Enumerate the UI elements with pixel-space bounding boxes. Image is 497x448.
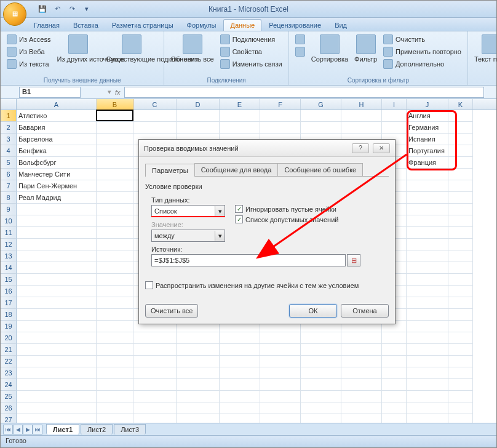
cell[interactable]: [260, 367, 301, 379]
column-header[interactable]: A: [17, 99, 97, 110]
tab-review[interactable]: Рецензирование: [263, 20, 327, 31]
cell[interactable]: [407, 204, 448, 215]
cell[interactable]: Реал Мадрид: [17, 192, 97, 204]
cell[interactable]: [97, 402, 133, 414]
row-header[interactable]: 4: [1, 145, 17, 157]
cell[interactable]: [448, 297, 473, 309]
cell[interactable]: [260, 110, 301, 122]
cell[interactable]: [382, 402, 407, 414]
cell[interactable]: [260, 122, 301, 134]
cell[interactable]: [407, 262, 448, 274]
cell[interactable]: [407, 321, 448, 332]
row-header[interactable]: 1: [1, 110, 17, 122]
cell[interactable]: Атлетико: [17, 110, 97, 122]
row-header[interactable]: 25: [1, 391, 17, 402]
sheet-nav-prev[interactable]: ◀: [13, 425, 23, 434]
cell[interactable]: [448, 215, 473, 227]
cell[interactable]: [97, 157, 133, 169]
tab-home[interactable]: Главная: [28, 20, 66, 31]
cell[interactable]: [448, 367, 473, 379]
cell[interactable]: [407, 344, 448, 356]
cell[interactable]: [133, 122, 177, 134]
text-to-columns-button[interactable]: Текст по столбцам: [473, 34, 497, 63]
cell[interactable]: [407, 286, 448, 297]
cancel-button[interactable]: Отмена: [341, 304, 389, 318]
row-header[interactable]: 14: [1, 262, 17, 274]
cell[interactable]: [448, 356, 473, 367]
cell[interactable]: [177, 344, 220, 356]
edit-links-button[interactable]: Изменить связи: [219, 58, 284, 70]
column-header[interactable]: B: [97, 99, 133, 110]
cell[interactable]: [17, 250, 97, 262]
cell[interactable]: [407, 227, 448, 239]
cell[interactable]: [260, 379, 301, 391]
help-button[interactable]: ?: [352, 143, 369, 153]
row-header[interactable]: 13: [1, 250, 17, 262]
tab-page-layout[interactable]: Разметка страницы: [106, 20, 180, 31]
cell[interactable]: [97, 286, 133, 297]
row-header[interactable]: 26: [1, 402, 17, 414]
cell[interactable]: [341, 356, 382, 367]
cell[interactable]: [97, 239, 133, 250]
tab-formulas[interactable]: Формулы: [181, 20, 223, 31]
cell[interactable]: [301, 391, 341, 402]
reapply-button[interactable]: Применить повторно: [382, 46, 463, 57]
cell[interactable]: [220, 356, 260, 367]
column-header[interactable]: J: [407, 99, 448, 110]
cell[interactable]: [17, 402, 97, 414]
column-header[interactable]: E: [220, 99, 260, 110]
cell[interactable]: [97, 110, 133, 122]
sheet-nav-next[interactable]: ▶: [23, 425, 33, 434]
sort-asc-button[interactable]: [294, 34, 306, 45]
cell[interactable]: [17, 227, 97, 239]
cell[interactable]: [220, 332, 260, 344]
cell[interactable]: [133, 110, 177, 122]
cell[interactable]: [220, 379, 260, 391]
cell[interactable]: Манчестер Сити: [17, 169, 97, 180]
cell[interactable]: Бенфика: [17, 145, 97, 157]
tab-insert[interactable]: Вставка: [67, 20, 105, 31]
cell[interactable]: [407, 332, 448, 344]
cell[interactable]: [341, 110, 382, 122]
cell[interactable]: [407, 367, 448, 379]
cell[interactable]: [448, 239, 473, 250]
row-header[interactable]: 10: [1, 215, 17, 227]
cell[interactable]: [341, 379, 382, 391]
row-header[interactable]: 7: [1, 180, 17, 192]
cell[interactable]: [382, 356, 407, 367]
cell[interactable]: [260, 402, 301, 414]
sort-desc-button[interactable]: [294, 46, 306, 57]
properties-button[interactable]: Свойства: [219, 46, 284, 57]
cell[interactable]: [301, 356, 341, 367]
cell[interactable]: [341, 402, 382, 414]
cell[interactable]: [301, 110, 341, 122]
row-header[interactable]: 22: [1, 356, 17, 367]
cell[interactable]: Вольфсбург: [17, 157, 97, 169]
column-header[interactable]: H: [341, 99, 382, 110]
cell[interactable]: [220, 122, 260, 134]
cell[interactable]: [301, 402, 341, 414]
cell[interactable]: Барселона: [17, 134, 97, 145]
tab-view[interactable]: Вид: [328, 20, 353, 31]
clear-all-button[interactable]: Очистить все: [145, 304, 198, 318]
row-header[interactable]: 5: [1, 157, 17, 169]
cell[interactable]: [97, 122, 133, 134]
fx-icon[interactable]: fx: [115, 89, 121, 96]
cell[interactable]: [17, 344, 97, 356]
sort-button[interactable]: Сортировка: [310, 34, 349, 63]
tab-error-alert[interactable]: Сообщение об ошибке: [277, 163, 363, 176]
existing-connections-button[interactable]: Существующие подключения: [105, 34, 159, 63]
cell[interactable]: [301, 332, 341, 344]
type-select[interactable]: Список▾: [151, 205, 225, 217]
cell[interactable]: [382, 110, 407, 122]
cell[interactable]: [382, 391, 407, 402]
close-button[interactable]: ✕: [373, 143, 390, 153]
ignore-blank-checkbox[interactable]: ✓Игнорировать пустые ячейки: [235, 205, 338, 213]
cell[interactable]: Бавария: [17, 122, 97, 134]
cell[interactable]: [17, 262, 97, 274]
cell[interactable]: [301, 367, 341, 379]
cell[interactable]: [17, 309, 97, 321]
save-icon[interactable]: 💾: [36, 3, 49, 15]
cell[interactable]: [17, 286, 97, 297]
cell[interactable]: [133, 332, 177, 344]
